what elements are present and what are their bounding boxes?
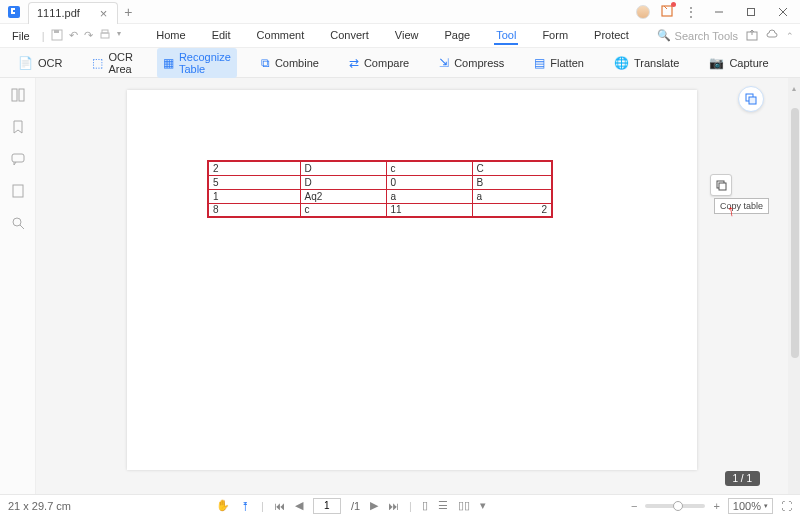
pdf-page: 2DcC5D0B1Aq2aa8c112 Copy table — [127, 90, 697, 470]
recognize-table-button[interactable]: ▦Recognize Table — [157, 48, 237, 78]
cloud-icon[interactable] — [766, 29, 778, 43]
svg-rect-14 — [13, 185, 23, 197]
table-cell[interactable]: 11 — [386, 203, 472, 217]
menu-bar: File | ↶ ↷ ▾ HomeEditCommentConvertViewP… — [0, 24, 800, 48]
prev-page-icon[interactable]: ◀ — [295, 499, 303, 512]
zoom-in-icon[interactable]: + — [713, 500, 719, 512]
table-cell[interactable]: 5 — [208, 175, 300, 189]
ocr-button[interactable]: 📄OCR — [12, 53, 68, 73]
share-icon[interactable] — [746, 29, 758, 43]
undo-icon[interactable]: ↶ — [69, 29, 78, 43]
window-close-button[interactable] — [772, 2, 794, 22]
scroll-thumb[interactable] — [791, 108, 799, 358]
copy-table-button[interactable] — [710, 174, 732, 196]
search-icon: 🔍 — [657, 29, 671, 42]
zoom-out-icon[interactable]: − — [631, 500, 637, 512]
fit-page-icon[interactable]: ⛶ — [781, 500, 792, 512]
floating-tool-button[interactable] — [738, 86, 764, 112]
window-maximize-button[interactable] — [740, 2, 762, 22]
separator: | — [42, 30, 45, 42]
recognized-table[interactable]: 2DcC5D0B1Aq2aa8c112 — [207, 160, 553, 218]
menu-item-home[interactable]: Home — [154, 27, 187, 45]
print-icon[interactable] — [99, 29, 111, 43]
menu-item-edit[interactable]: Edit — [210, 27, 233, 45]
table-cell[interactable]: 8 — [208, 203, 300, 217]
search-tools[interactable]: 🔍 Search Tools — [657, 29, 738, 42]
table-cell[interactable]: Aq2 — [300, 189, 386, 203]
menu-item-convert[interactable]: Convert — [328, 27, 371, 45]
page-number-input[interactable] — [313, 498, 341, 514]
table-cell[interactable]: 2 — [472, 203, 552, 217]
table-cell[interactable]: 1 — [208, 189, 300, 203]
svg-rect-1 — [662, 6, 672, 16]
translate-button[interactable]: 🌐Translate — [608, 53, 685, 73]
batch-process-button[interactable]: ⚙Batch Process — [793, 48, 800, 78]
title-bar: 1111.pdf × + ⋮ — [0, 0, 800, 24]
canvas-area[interactable]: 2DcC5D0B1Aq2aa8c112 Copy table 1 / 1 — [36, 78, 788, 494]
combine-button[interactable]: ⧉Combine — [255, 53, 325, 73]
table-cell[interactable]: c — [300, 203, 386, 217]
compress-icon: ⇲ — [439, 56, 449, 70]
menu-item-view[interactable]: View — [393, 27, 421, 45]
compare-button[interactable]: ⇄Compare — [343, 53, 415, 73]
table-cell[interactable]: D — [300, 161, 386, 175]
ocr-area-button[interactable]: ⬚OCR Area — [86, 48, 138, 78]
table-cell[interactable]: B — [472, 175, 552, 189]
select-tool-icon[interactable]: ⭱ — [240, 500, 251, 512]
collapse-ribbon-icon[interactable]: ⌃ — [786, 31, 794, 41]
table-cell[interactable]: D — [300, 175, 386, 189]
last-page-icon[interactable]: ⏭ — [388, 500, 399, 512]
view-continuous-icon[interactable]: ☰ — [438, 499, 448, 512]
first-page-icon[interactable]: ⏮ — [274, 500, 285, 512]
chevron-down-icon[interactable]: ▾ — [117, 29, 121, 43]
flatten-button[interactable]: ▤Flatten — [528, 53, 590, 73]
table-cell[interactable]: 0 — [386, 175, 472, 189]
table-cell[interactable]: a — [472, 189, 552, 203]
window-minimize-button[interactable] — [708, 2, 730, 22]
menu-tabs: HomeEditCommentConvertViewPageToolFormPr… — [135, 27, 651, 45]
hand-tool-icon[interactable]: ✋ — [216, 499, 230, 512]
search-panel-icon[interactable] — [11, 216, 25, 232]
menu-item-page[interactable]: Page — [442, 27, 472, 45]
attachment-icon[interactable] — [11, 184, 25, 200]
file-menu[interactable]: File — [6, 30, 36, 42]
vertical-scrollbar[interactable]: ▴ — [788, 78, 800, 494]
zoom-value-box[interactable]: 100% ▾ — [728, 498, 773, 514]
quick-actions: ↶ ↷ ▾ — [51, 29, 121, 43]
view-options-icon[interactable]: ▾ — [480, 499, 486, 512]
svg-rect-18 — [749, 97, 756, 104]
titlebar-right: ⋮ — [636, 2, 800, 22]
user-avatar-icon[interactable] — [636, 5, 650, 19]
menu-item-comment[interactable]: Comment — [255, 27, 307, 45]
view-two-page-icon[interactable]: ▯▯ — [458, 499, 470, 512]
scroll-up-icon[interactable]: ▴ — [792, 84, 796, 93]
zoom-slider[interactable] — [645, 504, 705, 508]
notification-icon[interactable] — [660, 4, 674, 20]
table-cell[interactable]: C — [472, 161, 552, 175]
redo-icon[interactable]: ↷ — [84, 29, 93, 43]
menu-item-form[interactable]: Form — [540, 27, 570, 45]
capture-button[interactable]: 📷Capture — [703, 53, 774, 73]
document-tab[interactable]: 1111.pdf × — [28, 2, 118, 24]
table-cell[interactable]: 2 — [208, 161, 300, 175]
bookmark-icon[interactable] — [11, 120, 25, 136]
chevron-down-icon: ▾ — [764, 502, 768, 510]
menu-item-protect[interactable]: Protect — [592, 27, 631, 45]
table-cell[interactable]: c — [386, 161, 472, 175]
compress-button[interactable]: ⇲Compress — [433, 53, 510, 73]
more-icon[interactable]: ⋮ — [684, 4, 698, 20]
translate-icon: 🌐 — [614, 56, 629, 70]
save-icon[interactable] — [51, 29, 63, 43]
compare-label: Compare — [364, 57, 409, 69]
zoom-slider-thumb[interactable] — [673, 501, 683, 511]
menu-item-tool[interactable]: Tool — [494, 27, 518, 45]
comment-icon[interactable] — [11, 152, 25, 168]
thumbnails-icon[interactable] — [11, 88, 25, 104]
next-page-icon[interactable]: ▶ — [370, 499, 378, 512]
ocr-area-label: OCR Area — [108, 51, 132, 75]
status-center: ✋ ⭱ | ⏮ ◀ /1 ▶ ⏭ | ▯ ☰ ▯▯ ▾ — [79, 498, 623, 514]
new-tab-button[interactable]: + — [118, 4, 138, 20]
table-cell[interactable]: a — [386, 189, 472, 203]
tab-close-button[interactable]: × — [100, 7, 108, 20]
view-single-icon[interactable]: ▯ — [422, 499, 428, 512]
